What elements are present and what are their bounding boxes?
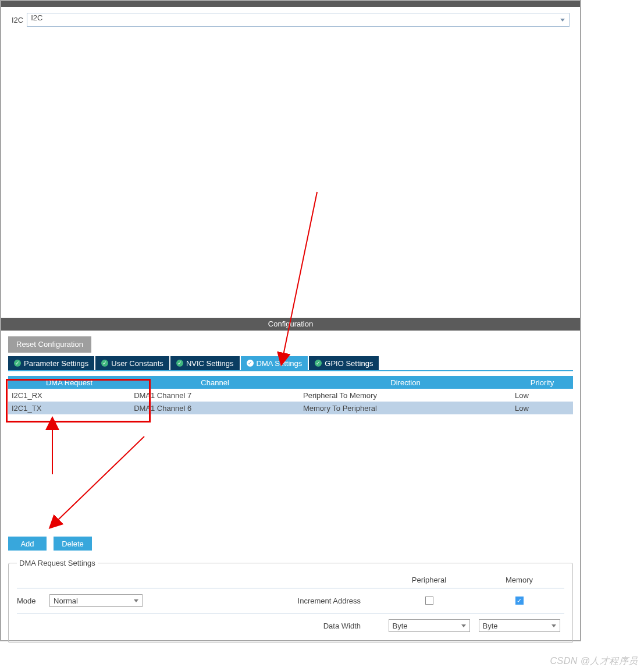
settings-header-row: Peripheral Memory — [17, 576, 564, 588]
dma-table: DMA Request Channel Direction Priority I… — [8, 376, 573, 414]
tab-dma-settings[interactable]: ✓DMA Settings — [241, 356, 308, 370]
increment-address-label: Increment Address — [143, 597, 384, 605]
mode-label: I2C — [12, 16, 23, 24]
peripheral-label: Peripheral — [384, 576, 474, 584]
tab-user-constants[interactable]: ✓User Constants — [95, 356, 169, 370]
configuration-title: Configuration — [1, 318, 580, 331]
top-gray-bar — [1, 1, 580, 7]
data-width-label: Data Width — [143, 622, 384, 630]
config-window: I2C I2C Configuration Reset Configuratio… — [0, 0, 581, 641]
memory-increment-checkbox[interactable]: ✓ — [515, 597, 524, 605]
mode-row: I2C I2C — [1, 7, 580, 33]
check-icon: ✓ — [101, 360, 108, 367]
check-icon: ✓ — [315, 360, 322, 367]
tab-label: GPIO Settings — [325, 359, 373, 368]
check-icon: ✓ — [176, 360, 183, 367]
th-direction[interactable]: Direction — [300, 376, 511, 389]
mode-select-value: I2C — [31, 13, 42, 22]
cell-request: I2C1_TX — [8, 402, 130, 414]
mode-select[interactable]: I2C — [27, 13, 570, 27]
tab-label: NVIC Settings — [186, 359, 234, 368]
tabs-bar: ✓Parameter Settings ✓User Constants ✓NVI… — [8, 356, 573, 371]
memory-label: Memory — [474, 576, 564, 584]
peripheral-width-select[interactable]: Byte — [389, 619, 470, 632]
cell-request: I2C1_RX — [8, 389, 130, 402]
mode-select[interactable]: Normal — [49, 594, 143, 607]
memory-width-select[interactable]: Byte — [479, 619, 560, 632]
dma-request-settings: DMA Request Settings Peripheral Memory M… — [8, 559, 573, 643]
cell-direction: Memory To Peripheral — [300, 402, 511, 414]
cell-direction: Peripheral To Memory — [300, 389, 511, 402]
tab-label: Parameter Settings — [24, 359, 88, 368]
data-width-row: Data Width Byte Byte — [17, 613, 564, 638]
th-dma-request[interactable]: DMA Request — [8, 376, 130, 389]
th-priority[interactable]: Priority — [511, 376, 573, 389]
tab-parameter-settings[interactable]: ✓Parameter Settings — [8, 356, 94, 370]
cell-priority: Low — [511, 389, 573, 402]
empty-area — [1, 33, 580, 318]
tab-label: User Constants — [111, 359, 163, 368]
reset-configuration-button[interactable]: Reset Configuration — [8, 336, 91, 353]
cell-channel: DMA1 Channel 6 — [130, 402, 300, 414]
table-row[interactable]: I2C1_TX DMA1 Channel 6 Memory To Periphe… — [8, 402, 573, 414]
table-row[interactable]: I2C1_RX DMA1 Channel 7 Peripheral To Mem… — [8, 389, 573, 402]
cell-channel: DMA1 Channel 7 — [130, 389, 300, 402]
mode-increment-row: Mode Normal Increment Address ✓ — [17, 588, 564, 613]
delete-button[interactable]: Delete — [54, 537, 92, 551]
mode-field-label: Mode — [17, 597, 49, 605]
add-button[interactable]: Add — [8, 537, 47, 551]
tab-nvic-settings[interactable]: ✓NVIC Settings — [170, 356, 240, 370]
tab-gpio-settings[interactable]: ✓GPIO Settings — [309, 356, 379, 370]
add-delete-row: Add Delete — [8, 537, 573, 551]
settings-legend: DMA Request Settings — [17, 559, 98, 567]
check-icon: ✓ — [14, 360, 21, 367]
config-body: Reset Configuration ✓Parameter Settings … — [1, 331, 580, 649]
cell-priority: Low — [511, 402, 573, 414]
th-channel[interactable]: Channel — [130, 376, 300, 389]
tab-label: DMA Settings — [257, 359, 303, 368]
check-icon: ✓ — [247, 360, 254, 367]
peripheral-increment-checkbox[interactable] — [425, 597, 433, 605]
watermark: CSDN @人才程序员 — [550, 655, 638, 668]
